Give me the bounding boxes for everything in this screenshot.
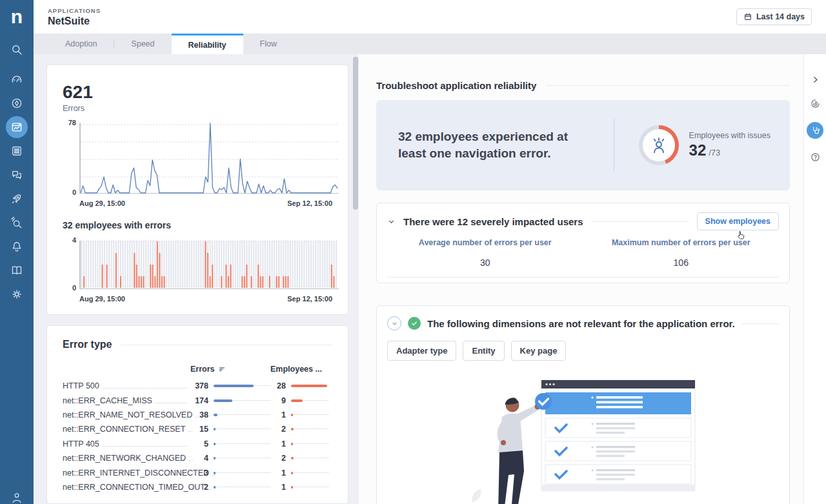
tab-speed[interactable]: Speed xyxy=(114,34,171,54)
left-scrollbar-thumb[interactable] xyxy=(353,57,358,210)
employees-bar xyxy=(291,381,328,390)
x-axis-start: Aug 29, 15:00 xyxy=(79,295,125,303)
rail-item-diagnostics[interactable] xyxy=(807,122,823,139)
employees-bar xyxy=(291,425,328,434)
notifications-icon xyxy=(10,240,23,253)
chevron-down-icon xyxy=(391,320,398,327)
collapse-toggle[interactable] xyxy=(387,217,396,226)
error-type-row[interactable]: HTTP 50037828 xyxy=(63,379,332,393)
success-check-icon xyxy=(408,317,421,330)
stat-total: /73 xyxy=(709,148,720,157)
errors-bar xyxy=(214,483,270,492)
error-type-header: Error type xyxy=(63,339,332,350)
sidebar-item-explore[interactable] xyxy=(0,91,34,115)
error-type-card: Error type Errors Employees ... xyxy=(46,325,348,504)
left-scrollbar xyxy=(352,54,359,504)
sidebar-item-resources[interactable] xyxy=(0,258,34,282)
impacted-users-card: There were 12 severely impacted users Sh… xyxy=(376,203,790,283)
errors-bar xyxy=(214,425,270,434)
top-header: APPLICATIONS NetSuite Last 14 days xyxy=(34,0,826,34)
errors-line-chart-svg xyxy=(79,122,339,194)
show-employees-button[interactable]: Show employees xyxy=(697,212,779,230)
errors-overview-card: 621 Errors 78 0 Aug 29, 15:00 Sep 12, 15… xyxy=(46,65,348,315)
error-type-row[interactable]: HTTP 40551 xyxy=(63,437,332,451)
errors-bar xyxy=(214,396,270,405)
listen-icon xyxy=(10,216,23,229)
date-range-button[interactable]: Last 14 days xyxy=(736,8,812,25)
profile-icon xyxy=(10,491,23,504)
content-area: 621 Errors 78 0 Aug 29, 15:00 Sep 12, 15… xyxy=(34,54,826,504)
employees-bar xyxy=(291,410,328,419)
tab-flow[interactable]: Flow xyxy=(243,34,294,54)
dimension-chip-adapter-type[interactable]: Adapter type xyxy=(387,341,456,361)
resources-icon xyxy=(10,264,23,277)
breadcrumb: APPLICATIONS xyxy=(48,7,101,14)
troubleshoot-panel: Troubleshoot application reliability 32 … xyxy=(359,54,803,504)
sidebar-item-feedback[interactable] xyxy=(0,163,34,186)
metric-value: 30 xyxy=(387,257,583,268)
sidebar-nav xyxy=(0,37,34,306)
tab-reliability[interactable]: Reliability xyxy=(172,34,243,54)
sidebar-item-profile[interactable] xyxy=(0,485,34,504)
left-column: 621 Errors 78 0 Aug 29, 15:00 Sep 12, 15… xyxy=(34,54,352,504)
frustrated-user-icon xyxy=(649,136,669,155)
rail-item-help[interactable] xyxy=(810,152,821,163)
app-window: n APPLICATIONS NetSuite Last 14 days Ado… xyxy=(0,0,826,504)
checklist-illustration xyxy=(387,376,779,504)
dimension-chip-entity[interactable]: Entity xyxy=(463,341,504,361)
sidebar-item-guides[interactable] xyxy=(0,186,34,210)
pendo-logo[interactable]: n xyxy=(0,0,34,34)
divider xyxy=(121,345,332,345)
errors-count: 621 xyxy=(63,82,332,103)
calendar-icon xyxy=(743,12,752,21)
error-type-row[interactable]: net::ERR_NAME_NOT_RESOLVED381 xyxy=(63,408,332,422)
column-header-errors[interactable]: Errors xyxy=(190,365,270,374)
y-axis-min: 0 xyxy=(63,188,76,196)
errors-bar xyxy=(214,381,270,390)
question-icon xyxy=(810,152,821,163)
tab-adoption[interactable]: Adoption xyxy=(48,34,114,54)
column-header-employees[interactable]: Employees ... xyxy=(270,365,328,374)
app-heading: APPLICATIONS NetSuite xyxy=(48,7,101,27)
stat-value: 32 xyxy=(689,141,707,159)
sidebar-item-notifications[interactable] xyxy=(0,234,34,258)
spiral-icon xyxy=(810,98,821,109)
x-axis-labels: Aug 29, 15:00 Sep 12, 15:00 xyxy=(79,295,332,303)
impacted-users-title: There were 12 severely impacted users xyxy=(403,216,583,227)
error-type-row[interactable]: net::ERR_CONNECTION_RESET152 xyxy=(63,422,332,436)
rail-item-collapse[interactable] xyxy=(810,74,821,85)
errors-bar xyxy=(214,469,270,478)
error-type-row[interactable]: net::ERR_CONNECTION_TIMED_OUT21 xyxy=(63,480,332,494)
sidebar-item-listen[interactable] xyxy=(0,210,34,234)
error-type-row[interactable]: net::ERR_INTERNET_DISCONNECTED31 xyxy=(63,465,332,479)
errors-bar xyxy=(214,439,270,449)
summary-banner: 32 employees experienced at least one na… xyxy=(376,100,790,190)
collapse-toggle[interactable] xyxy=(387,316,401,330)
employees-bar xyxy=(291,439,328,449)
error-type-rows: HTTP 50037828net::ERR_CACHE_MISS1749net:… xyxy=(63,379,332,494)
errors-bar xyxy=(214,454,270,463)
error-type-row[interactable]: net::ERR_CACHE_MISS1749 xyxy=(63,393,332,407)
explore-icon xyxy=(10,97,23,110)
divider xyxy=(741,323,779,324)
sidebar-item-analytics[interactable] xyxy=(0,115,34,139)
sidebar-item-settings[interactable] xyxy=(0,282,34,306)
sidebar-item-apps[interactable] xyxy=(0,139,34,163)
summary-text: 32 employees experienced at least one na… xyxy=(376,128,614,161)
employees-bar xyxy=(291,469,328,478)
sidebar-item-dashboard[interactable] xyxy=(0,67,34,91)
divider xyxy=(547,85,790,86)
errors-line-chart[interactable]: 78 0 Aug 29, 15:00 Sep 12, 15:00 xyxy=(63,122,332,207)
sidebar-item-search[interactable] xyxy=(0,37,34,61)
rail-item-insights[interactable] xyxy=(810,98,821,109)
analytics-icon xyxy=(10,121,23,134)
date-range-label: Last 14 days xyxy=(756,12,805,21)
dashboard-icon xyxy=(10,73,23,86)
employees-chart-title: 32 employees with errors xyxy=(63,220,332,230)
error-type-row[interactable]: net::ERR_NETWORK_CHANGED42 xyxy=(63,451,332,465)
employees-with-issues-stat: Employees with issues 32 /73 xyxy=(614,125,790,165)
employees-bar-chart[interactable]: 4 0 Aug 29, 15:00 Sep 12, 15:00 xyxy=(63,239,332,303)
error-type-table-header: Errors Employees ... xyxy=(63,361,332,378)
errors-bar xyxy=(214,410,270,419)
dimension-chip-key-page[interactable]: Key page xyxy=(511,341,567,361)
